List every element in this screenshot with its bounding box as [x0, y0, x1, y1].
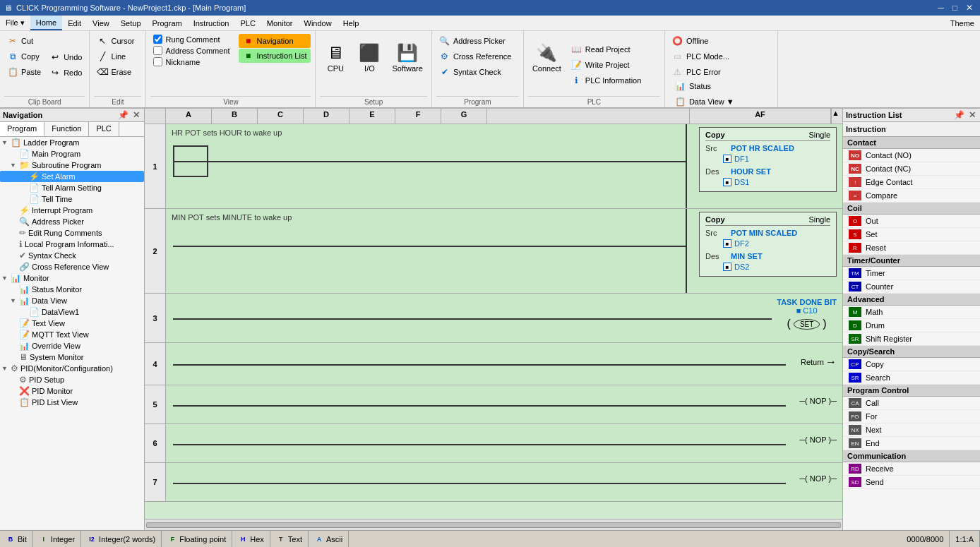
- instr-close-button[interactable]: ✕: [967, 110, 977, 120]
- status-text[interactable]: T Text: [270, 531, 309, 547]
- undo-button[interactable]: ↩ Undo: [47, 50, 85, 64]
- menu-help[interactable]: Help: [337, 16, 365, 30]
- menu-instruction[interactable]: Instruction: [188, 16, 235, 30]
- tab-function[interactable]: Function: [44, 122, 89, 136]
- tree-mqtt-view[interactable]: 📝 MQTT Text View: [0, 329, 144, 340]
- offline-button[interactable]: ⭕ Offline: [669, 34, 732, 48]
- tree-tell-time[interactable]: 📄 Tell Time: [0, 193, 144, 205]
- menu-monitor[interactable]: Monitor: [261, 16, 299, 30]
- plc-information-button[interactable]: ℹ PLC Information: [568, 73, 644, 88]
- section-timer[interactable]: Timer/Counter: [843, 255, 980, 267]
- instr-contact-no[interactable]: NO Contact (NO): [843, 149, 980, 162]
- tree-subroutine-program[interactable]: ▼ 📁 Subroutine Program: [0, 160, 144, 171]
- tree-pid-monitor[interactable]: ❌ PID Monitor: [0, 385, 144, 397]
- instr-search[interactable]: SR Search: [843, 371, 980, 385]
- status-float[interactable]: F Floating point: [162, 531, 232, 547]
- tree-override-view[interactable]: 📊 Override View: [0, 340, 144, 351]
- status-bit[interactable]: B Bit: [0, 531, 33, 547]
- h-scroll-thumb[interactable]: [146, 522, 841, 528]
- plc-error-button[interactable]: ⚠ PLC Error: [669, 65, 732, 79]
- copy-button[interactable]: ⧉ Copy: [4, 49, 44, 64]
- redo-button[interactable]: ↪ Redo: [47, 66, 85, 80]
- menu-home[interactable]: Home: [30, 16, 62, 30]
- section-contact[interactable]: Contact: [843, 137, 980, 149]
- tab-program[interactable]: Program: [0, 122, 44, 136]
- tree-tell-alarm[interactable]: 📄 Tell Alarm Setting: [0, 182, 144, 193]
- address-picker-button[interactable]: 🔍 Address Picker: [436, 34, 515, 48]
- instr-reset[interactable]: R Reset: [843, 241, 980, 255]
- instr-for[interactable]: FO For: [843, 410, 980, 423]
- instr-math[interactable]: M Math: [843, 306, 980, 319]
- software-button[interactable]: 💾 Software: [388, 34, 426, 82]
- section-communication[interactable]: Communication: [843, 450, 980, 462]
- tree-main-program[interactable]: 📄 Main Program: [0, 148, 144, 160]
- cut-button[interactable]: ✂ Cut: [4, 34, 44, 48]
- tree-data-view[interactable]: ▼ 📊 Data View: [0, 295, 144, 306]
- scrollbar-top[interactable]: ▲: [831, 109, 842, 124]
- tree-syntax-check[interactable]: ✔ Syntax Check: [0, 250, 144, 261]
- tree-cross-ref[interactable]: 🔗 Cross Reference View: [0, 261, 144, 272]
- plc-mode-button[interactable]: ▭ PLC Mode...: [669, 49, 732, 64]
- status-ascii[interactable]: A Ascii: [309, 531, 349, 547]
- tree-system-monitor[interactable]: 🖥 System Monitor: [0, 351, 144, 363]
- tree-set-alarm[interactable]: ⚡ Set Alarm: [0, 171, 144, 182]
- instruction-list-button[interactable]: ■ Instruction List: [239, 49, 311, 63]
- syntax-check-button[interactable]: ✔ Syntax Check: [436, 65, 515, 79]
- menu-edit[interactable]: Edit: [62, 16, 87, 30]
- instr-next[interactable]: NX Next: [843, 423, 980, 437]
- section-prog-control[interactable]: Program Control: [843, 385, 980, 397]
- write-project-button[interactable]: 📝 Write Project: [568, 58, 644, 72]
- menu-view[interactable]: View: [87, 16, 115, 30]
- close-button[interactable]: ✕: [963, 3, 976, 13]
- section-coil[interactable]: Coil: [843, 203, 980, 215]
- rung-comment-check[interactable]: Rung Comment: [150, 34, 232, 44]
- nav-header-controls[interactable]: 📌 ✕: [116, 110, 141, 120]
- tree-local-program[interactable]: ℹ Local Program Informati...: [0, 239, 144, 250]
- menu-window[interactable]: Window: [299, 16, 337, 30]
- tree-status-monitor[interactable]: 📊 Status Monitor: [0, 284, 144, 295]
- instr-edge-contact[interactable]: ↑ Edge Contact: [843, 176, 980, 189]
- line-button[interactable]: ╱ Line: [94, 49, 137, 64]
- tree-interrupt-program[interactable]: ⚡ Interrupt Program: [0, 205, 144, 216]
- status-integer[interactable]: I Integer: [33, 531, 81, 547]
- minimize-button[interactable]: ─: [935, 3, 947, 13]
- tree-ladder-program[interactable]: ▼ 📋 Ladder Program: [0, 137, 144, 148]
- maximize-button[interactable]: □: [950, 3, 960, 13]
- navigation-button[interactable]: ■ Navigation: [239, 34, 311, 48]
- tree-dataview1[interactable]: 📄 DataView1: [0, 306, 144, 318]
- instr-out[interactable]: O Out: [843, 215, 980, 228]
- instr-timer[interactable]: TM Timer: [843, 267, 980, 280]
- horizontal-scrollbar[interactable]: [145, 519, 842, 530]
- tree-monitor[interactable]: ▼ 📊 Monitor: [0, 272, 144, 284]
- instr-drum[interactable]: D Drum: [843, 319, 980, 332]
- menu-program[interactable]: Program: [147, 16, 188, 30]
- menu-file[interactable]: File ▾: [0, 16, 30, 30]
- instr-send[interactable]: SD Send: [843, 476, 980, 489]
- status-integer2[interactable]: I2 Integer(2 words): [81, 531, 162, 547]
- nav-close-button[interactable]: ✕: [131, 110, 141, 120]
- instr-header-controls[interactable]: 📌 ✕: [952, 110, 977, 120]
- menu-setup[interactable]: Setup: [115, 16, 147, 30]
- title-controls[interactable]: ─ □ ✕: [935, 3, 976, 13]
- section-advanced[interactable]: Advanced: [843, 294, 980, 306]
- instr-call[interactable]: CA Call: [843, 397, 980, 410]
- menu-plc[interactable]: PLC: [234, 16, 261, 30]
- instr-receive[interactable]: RD Receive: [843, 462, 980, 476]
- erase-button[interactable]: ⌫ Erase: [94, 65, 137, 79]
- status-hex[interactable]: H Hex: [232, 531, 270, 547]
- data-view-button[interactable]: 📋 Data View ▼: [672, 95, 737, 109]
- address-comment-check[interactable]: Address Comment: [150, 45, 232, 56]
- cross-reference-button[interactable]: ⚙ Cross Reference: [436, 49, 515, 64]
- tree-address-picker[interactable]: 🔍 Address Picker: [0, 216, 144, 227]
- paste-button[interactable]: 📋 Paste: [4, 65, 44, 79]
- read-project-button[interactable]: 📖 Read Project: [568, 42, 644, 56]
- instr-counter[interactable]: CT Counter: [843, 280, 980, 294]
- menu-theme[interactable]: Theme: [945, 16, 980, 30]
- instr-end[interactable]: EN End: [843, 437, 980, 450]
- nav-pin-button[interactable]: 📌: [116, 110, 130, 120]
- connect-button[interactable]: 🔌 Connect: [528, 34, 566, 82]
- nickname-check[interactable]: Nickname: [150, 56, 232, 67]
- instr-pin-button[interactable]: 📌: [952, 110, 966, 120]
- instr-compare[interactable]: = Compare: [843, 189, 980, 203]
- io-button[interactable]: ⬛ I/O: [354, 34, 385, 82]
